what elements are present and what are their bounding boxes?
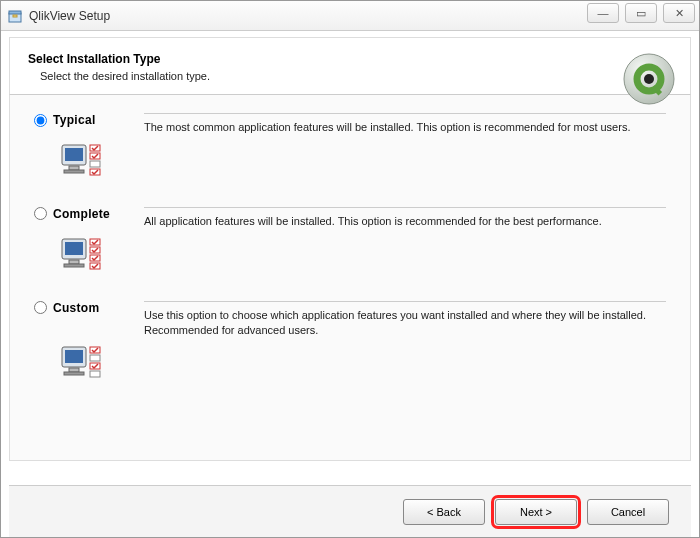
radio-custom[interactable] xyxy=(34,301,47,314)
qlikview-logo-icon xyxy=(622,52,676,106)
custom-computer-icon xyxy=(60,343,106,387)
typical-computer-icon xyxy=(60,141,106,185)
wizard-header: Select Installation Type Select the desi… xyxy=(9,37,691,95)
radio-complete[interactable] xyxy=(34,207,47,220)
setup-window: QlikView Setup — ▭ ✕ Select Installation… xyxy=(0,0,700,538)
svg-rect-13 xyxy=(90,161,100,167)
maximize-icon: ▭ xyxy=(636,7,646,20)
desc-typical: The most common application features wil… xyxy=(144,113,666,135)
radio-typical-label: Typical xyxy=(53,113,96,127)
desc-custom: Use this option to choose which applicat… xyxy=(144,301,666,338)
svg-rect-10 xyxy=(64,170,84,173)
svg-rect-25 xyxy=(69,368,79,372)
cancel-button[interactable]: Cancel xyxy=(587,499,669,525)
radio-custom-label: Custom xyxy=(53,301,99,315)
svg-point-5 xyxy=(644,74,654,84)
close-button[interactable]: ✕ xyxy=(663,3,695,23)
svg-rect-17 xyxy=(69,260,79,264)
svg-rect-9 xyxy=(69,166,79,170)
option-custom: Custom Use this option to choose which a… xyxy=(34,301,666,338)
svg-rect-16 xyxy=(65,242,83,255)
page-title: Select Installation Type xyxy=(28,52,672,66)
wizard-content: Typical The most common application feat… xyxy=(9,95,691,461)
back-button-label: < Back xyxy=(427,506,461,518)
installer-package-icon xyxy=(7,8,23,24)
desc-complete: All application features will be install… xyxy=(144,207,666,229)
wizard-footer: < Back Next > Cancel xyxy=(9,485,691,537)
back-button[interactable]: < Back xyxy=(403,499,485,525)
svg-rect-18 xyxy=(64,264,84,267)
page-subtitle: Select the desired installation type. xyxy=(28,70,672,82)
minimize-button[interactable]: — xyxy=(587,3,619,23)
svg-rect-2 xyxy=(13,15,17,17)
complete-computer-icon xyxy=(60,235,106,279)
window-title: QlikView Setup xyxy=(29,9,110,23)
svg-rect-26 xyxy=(64,372,84,375)
close-icon: ✕ xyxy=(675,7,684,20)
svg-rect-30 xyxy=(90,371,100,377)
maximize-button[interactable]: ▭ xyxy=(625,3,657,23)
minimize-icon: — xyxy=(598,7,609,19)
svg-rect-24 xyxy=(65,350,83,363)
svg-rect-8 xyxy=(65,148,83,161)
titlebar: QlikView Setup — ▭ ✕ xyxy=(1,1,699,31)
cancel-button-label: Cancel xyxy=(611,506,645,518)
svg-rect-1 xyxy=(9,11,21,14)
svg-rect-28 xyxy=(90,355,100,361)
next-button[interactable]: Next > xyxy=(495,499,577,525)
window-controls: — ▭ ✕ xyxy=(587,3,695,23)
option-typical: Typical The most common application feat… xyxy=(34,113,666,135)
option-complete: Complete All application features will b… xyxy=(34,207,666,229)
radio-typical[interactable] xyxy=(34,114,47,127)
radio-complete-label: Complete xyxy=(53,207,110,221)
next-button-label: Next > xyxy=(520,506,552,518)
